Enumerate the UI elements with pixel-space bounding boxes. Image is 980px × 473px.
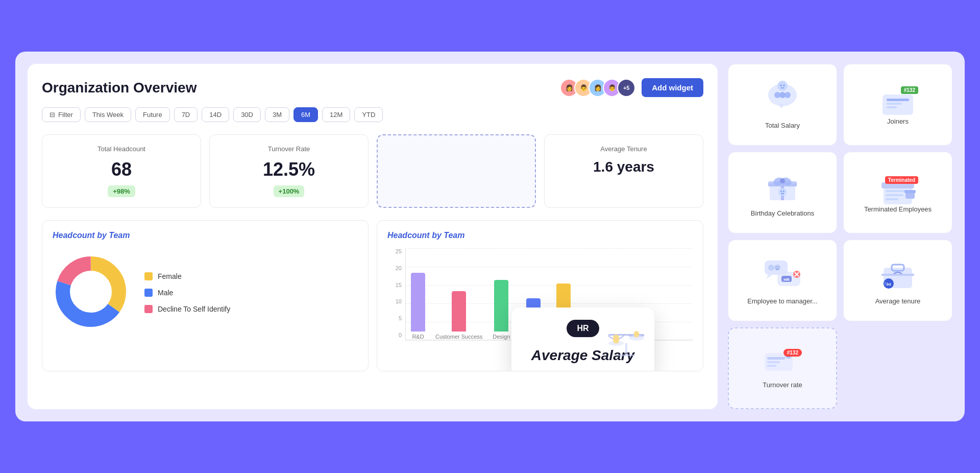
turnover-num-badge: #132 <box>783 349 802 357</box>
widget-terminated[interactable]: Terminated Terminated Employees <box>843 152 952 233</box>
page-title: Organization Overview <box>42 80 197 96</box>
legend-label-decline: Decline To Self Identify <box>158 305 230 313</box>
tenure-value: 1.6 years <box>555 159 693 175</box>
headcount-bar-card: Headcount by Team 0 5 10 15 20 25 <box>377 220 703 371</box>
headcount-card: Total Headcount 68 +98% <box>42 134 201 208</box>
bar-design: Design <box>493 280 510 340</box>
widget-label-terminated: Terminated Employees <box>864 205 932 213</box>
turnover-card: Turnover Rate 12.5% +100% <box>209 134 369 208</box>
tab-12m[interactable]: 12M <box>322 107 350 122</box>
widget-total-salary[interactable]: Total Salary <box>728 64 837 146</box>
terminated-illustration: Terminated <box>877 172 918 205</box>
turnover-label: Turnover Rate <box>220 145 358 153</box>
legend-male: Male <box>144 289 230 297</box>
turnover-value: 12.5% <box>220 159 358 180</box>
avatar-overflow-count: +5 <box>617 79 635 97</box>
headcount-donut-card: Headcount by Team <box>42 220 369 371</box>
turnover-rate-illustration: #132 <box>762 348 803 381</box>
tab-7d[interactable]: 7D <box>174 107 198 122</box>
avg-tenure-illustration: 3d <box>877 256 918 292</box>
main-panel: Organization Overview 👩 👨 👩 👨 +5 Add wid… <box>28 64 718 409</box>
tab-ytd[interactable]: YTD <box>354 107 383 122</box>
bar-chart-title: Headcount by Team <box>387 231 693 240</box>
svg-rect-38 <box>886 194 903 196</box>
legend-label-male: Male <box>158 289 173 297</box>
svg-point-20 <box>783 84 785 86</box>
stats-row: Total Headcount 68 +98% Turnover Rate 12… <box>42 134 703 208</box>
bar-customer-success: Customer Success <box>435 291 482 340</box>
svg-point-43 <box>768 265 774 271</box>
svg-point-34 <box>783 191 784 192</box>
headcount-value: 68 <box>53 159 190 180</box>
right-panel: Total Salary #132 Joiners <box>728 64 952 409</box>
widget-turnover-rate[interactable]: #132 Turnover rate <box>728 327 837 409</box>
headcount-badge: +98% <box>108 185 135 197</box>
headcount-label: Total Headcount <box>53 145 190 153</box>
salary-illustration <box>762 81 803 116</box>
svg-point-46 <box>778 266 779 267</box>
tenure-card: Average Tenure 1.6 years <box>544 134 703 208</box>
avatar-group: 👩 👨 👩 👨 +5 <box>560 79 635 97</box>
donut-chart-title: Headcount by Team <box>53 231 358 240</box>
svg-rect-22 <box>887 99 909 101</box>
terminated-badge: Terminated <box>885 176 918 184</box>
svg-rect-39 <box>886 198 898 200</box>
svg-text:3d: 3d <box>886 282 891 287</box>
widget-emp-manager[interactable]: HR Employee to manager... <box>728 240 837 321</box>
svg-text:HR: HR <box>783 277 790 282</box>
donut-chart <box>53 253 129 332</box>
svg-rect-24 <box>887 106 897 108</box>
svg-rect-4 <box>625 343 627 356</box>
svg-point-19 <box>780 84 782 86</box>
svg-rect-28 <box>768 183 797 186</box>
emp-manager-illustration: HR <box>762 256 803 292</box>
widget-label-emp-manager: Employee to manager... <box>747 297 817 305</box>
donut-content: Female Male Decline To Self Identify <box>53 248 358 337</box>
birthday-illustration <box>762 169 803 204</box>
svg-point-13 <box>634 331 639 336</box>
joiners-illustration: #132 <box>877 84 918 117</box>
svg-rect-41 <box>904 190 916 193</box>
tab-14d[interactable]: 14D <box>202 107 229 122</box>
filter-bar: ⊟ Filter This Week Future 7D 14D 30D 3M … <box>42 107 703 122</box>
donut-legend: Female Male Decline To Self Identify <box>144 272 230 313</box>
legend-decline: Decline To Self Identify <box>144 305 230 313</box>
tab-6m[interactable]: 6M <box>293 107 318 122</box>
bar-rd-rect <box>411 273 425 332</box>
outer-container: Organization Overview 👩 👨 👩 👨 +5 Add wid… <box>15 52 965 421</box>
svg-point-18 <box>777 81 788 91</box>
add-widget-button[interactable]: Add widget <box>642 78 703 97</box>
svg-point-3 <box>70 271 111 312</box>
tab-3m[interactable]: 3M <box>265 107 289 122</box>
tab-this-week[interactable]: This Week <box>85 107 131 122</box>
svg-point-17 <box>785 92 791 98</box>
svg-point-56 <box>883 281 887 286</box>
header-right: 👩 👨 👩 👨 +5 Add widget <box>560 78 703 97</box>
panel-header: Organization Overview 👩 👨 👩 👨 +5 Add wid… <box>42 78 703 97</box>
tenure-label: Average Tenure <box>555 145 693 153</box>
widget-label-total-salary: Total Salary <box>765 122 800 129</box>
y-axis-labels: 0 5 10 15 20 25 <box>387 248 402 340</box>
bottom-row: Headcount by Team <box>42 220 703 371</box>
svg-rect-5 <box>618 354 635 356</box>
svg-point-33 <box>780 191 781 192</box>
tab-future[interactable]: Future <box>135 107 170 122</box>
floating-card-hr-label: HR <box>567 320 599 337</box>
tab-30d[interactable]: 30D <box>233 107 261 122</box>
widget-birthday[interactable]: Birthday Celebrations <box>728 152 837 233</box>
widget-grid: Total Salary #132 Joiners <box>728 64 952 409</box>
svg-point-45 <box>776 266 777 267</box>
empty-stat-card <box>377 134 536 208</box>
filter-button[interactable]: ⊟ Filter <box>42 107 81 122</box>
widget-label-turnover-rate: Turnover rate <box>763 381 802 389</box>
svg-point-32 <box>778 188 787 196</box>
joiners-badge: #132 <box>901 86 918 94</box>
bar-design-rect <box>494 280 508 332</box>
widget-joiners[interactable]: #132 Joiners <box>843 64 952 146</box>
widget-label-joiners: Joiners <box>887 117 909 125</box>
widget-avg-tenure[interactable]: 3d Average tenure <box>843 240 952 321</box>
turnover-badge: +100% <box>274 185 305 197</box>
svg-point-11 <box>613 335 619 341</box>
filter-icon: ⊟ <box>50 111 55 119</box>
legend-label-female: Female <box>158 272 182 280</box>
